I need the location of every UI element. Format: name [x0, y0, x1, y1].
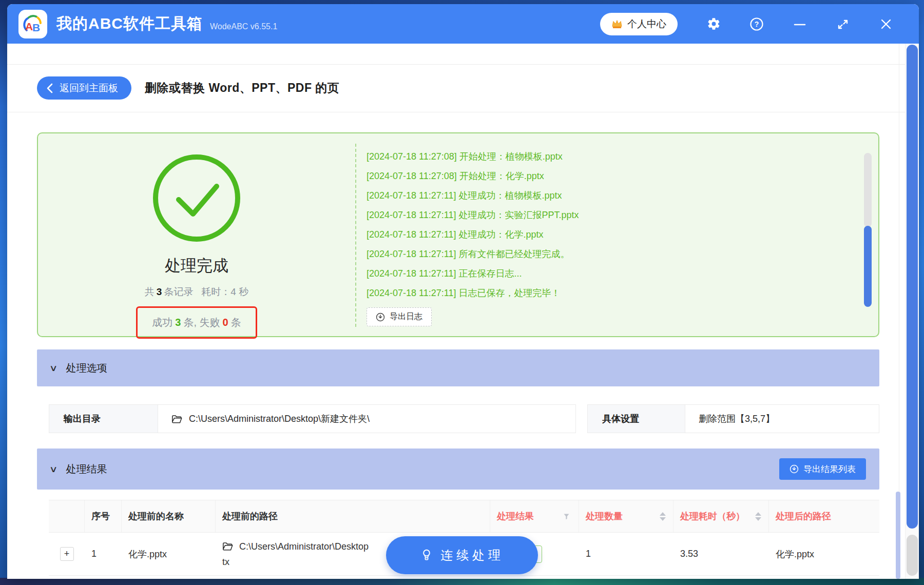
chevron-left-icon	[46, 83, 53, 93]
help-icon: ?	[749, 17, 764, 31]
app-version: WodeABC v6.55.1	[210, 22, 277, 31]
chevron-down-icon: ∨	[49, 363, 58, 374]
user-center-button[interactable]: 个人中心	[600, 13, 678, 35]
svg-text:B: B	[32, 22, 40, 33]
row-name: 化学.pptx	[122, 548, 216, 560]
row-time: 3.53	[673, 549, 769, 559]
result-summary: 处理完成 共3条记录 耗时：4 秒 成功3条, 失败0条	[38, 133, 355, 336]
balloon-launch-icon	[420, 549, 433, 562]
back-button-label: 返回到主面板	[60, 82, 118, 95]
user-center-label: 个人中心	[627, 17, 666, 31]
table-header-row: 序号 处理前的名称 处理前的路径 处理结果 处理数量 处理耗时（秒）	[49, 500, 879, 533]
abc-logo-icon: A B	[22, 13, 44, 35]
export-result-list-label: 导出结果列表	[803, 463, 856, 475]
expand-row-button[interactable]: +	[60, 547, 74, 561]
status-title: 处理完成	[165, 255, 228, 277]
header-result[interactable]: 处理结果	[490, 500, 579, 532]
settings-button[interactable]	[692, 17, 735, 31]
continue-processing-label: 连续处理	[440, 547, 504, 563]
download-icon	[376, 313, 385, 322]
secondary-scrollbar-thumb[interactable]	[907, 535, 918, 576]
header-path-after: 处理后的路径	[769, 500, 879, 532]
output-dir-path: C:\Users\Administrator\Desktop\新建文件夹\	[189, 413, 370, 425]
main-scrollbar[interactable]	[905, 44, 919, 579]
folder-icon	[171, 414, 183, 424]
chevron-down-icon: ∨	[49, 464, 58, 475]
titlebar: A B 我的ABC软件工具箱 WodeABC v6.55.1 个人中心	[7, 4, 919, 44]
close-icon	[879, 17, 893, 31]
log-line: [2024-07-18 11:27:11] 处理成功：实验汇报PPT.pptx	[367, 205, 848, 225]
output-dir-label: 输出目录	[49, 405, 158, 433]
success-check-icon	[149, 150, 244, 246]
panel-scrollbar-thumb[interactable]	[864, 226, 872, 307]
log-area: [2024-07-18 11:27:08] 开始处理：植物模板.pptx [20…	[355, 144, 848, 327]
export-log-button[interactable]: 导出日志	[367, 307, 432, 326]
options-section-title: 处理选项	[66, 361, 107, 375]
close-button[interactable]	[864, 17, 908, 31]
options-row: 输出目录 C:\Users\Administrator\Desktop\新建文件…	[49, 404, 879, 433]
svg-text:A: A	[25, 21, 33, 32]
main-content: 返回到主面板 删除或替换 Word、PPT、PDF 的页 处理完成 共3条记录 …	[7, 44, 919, 579]
header-name-before: 处理前的名称	[122, 500, 216, 532]
log-line: [2024-07-18 11:27:11] 日志已保存，处理完毕！	[367, 283, 848, 303]
minimize-icon	[793, 17, 806, 31]
page-title: 删除或替换 Word、PPT、PDF 的页	[145, 80, 339, 96]
panel-scrollbar-track	[864, 153, 872, 227]
header-time[interactable]: 处理耗时（秒）	[673, 500, 769, 532]
summary-line: 共3条记录 耗时：4 秒	[145, 285, 248, 299]
main-scrollbar-thumb[interactable]	[907, 45, 918, 529]
table-scrollbar-thumb[interactable]	[896, 492, 900, 579]
desktop-wallpaper-strip	[0, 578, 924, 585]
panel-scrollbar[interactable]	[864, 153, 872, 307]
export-log-label: 导出日志	[390, 311, 422, 322]
log-line: [2024-07-18 11:27:08] 开始处理：植物模板.pptx	[367, 147, 848, 166]
log-line: [2024-07-18 11:27:11] 正在保存日志...	[367, 264, 848, 283]
elapsed-value: 4	[230, 286, 236, 297]
log-line: [2024-07-18 11:27:11] 处理成功：植物模板.pptx	[367, 186, 848, 205]
download-icon	[790, 464, 799, 474]
result-panel: 处理完成 共3条记录 耗时：4 秒 成功3条, 失败0条 [2024-07-18…	[37, 132, 879, 337]
header-index: 序号	[85, 500, 122, 532]
help-button[interactable]: ?	[735, 17, 778, 31]
results-section-title: 处理结果	[66, 462, 107, 476]
header-expand	[49, 500, 85, 532]
filter-icon[interactable]	[563, 513, 570, 520]
app-window: A B 我的ABC软件工具箱 WodeABC v6.55.1 个人中心	[7, 4, 919, 579]
log-line: [2024-07-18 11:27:11] 所有文件都已经处理完成。	[367, 244, 848, 264]
sort-arrows-icon[interactable]	[660, 512, 666, 521]
row-path-after: 化学.pptx	[769, 548, 879, 560]
header-result-label: 处理结果	[497, 510, 534, 522]
log-line: [2024-07-18 11:27:11] 处理成功：化学.pptx	[367, 225, 848, 244]
success-count: 3	[172, 317, 183, 328]
header-path-before: 处理前的路径	[216, 500, 490, 532]
page-header: 返回到主面板 删除或替换 Word、PPT、PDF 的页	[7, 65, 919, 112]
minimize-button[interactable]	[778, 17, 821, 31]
header-count-label: 处理数量	[586, 510, 623, 522]
folder-icon	[222, 541, 234, 551]
header-count[interactable]: 处理数量	[579, 500, 673, 532]
svg-text:?: ?	[755, 20, 759, 28]
success-fail-box: 成功3条, 失败0条	[136, 306, 257, 339]
resize-icon	[836, 17, 850, 31]
section-processing-results[interactable]: ∨ 处理结果 导出结果列表	[37, 449, 879, 490]
log-line: [2024-07-18 11:27:08] 开始处理：化学.pptx	[367, 166, 848, 186]
row-count: 1	[579, 549, 673, 559]
output-dir-value: C:\Users\Administrator\Desktop\新建文件夹\	[158, 405, 575, 433]
total-count: 3	[155, 286, 164, 297]
fail-count: 0	[220, 317, 231, 328]
maximize-button[interactable]	[821, 17, 864, 31]
settings-label: 具体设置	[588, 405, 685, 433]
section-processing-options[interactable]: ∨ 处理选项	[37, 349, 879, 386]
app-logo: A B	[18, 10, 47, 38]
continue-processing-button[interactable]: 连续处理	[386, 536, 538, 574]
sort-arrows-icon[interactable]	[755, 512, 761, 521]
crown-icon	[611, 19, 623, 29]
row-index: 1	[85, 549, 122, 559]
app-title: 我的ABC软件工具箱	[56, 13, 203, 34]
content-top-strip	[7, 44, 919, 65]
gear-icon	[707, 17, 721, 31]
export-result-list-button[interactable]: 导出结果列表	[779, 458, 866, 480]
back-to-dashboard-button[interactable]: 返回到主面板	[37, 76, 131, 100]
row-path-line1: C:\Users\Administrator\Desktop	[239, 539, 369, 554]
header-time-label: 处理耗时（秒）	[680, 510, 745, 522]
